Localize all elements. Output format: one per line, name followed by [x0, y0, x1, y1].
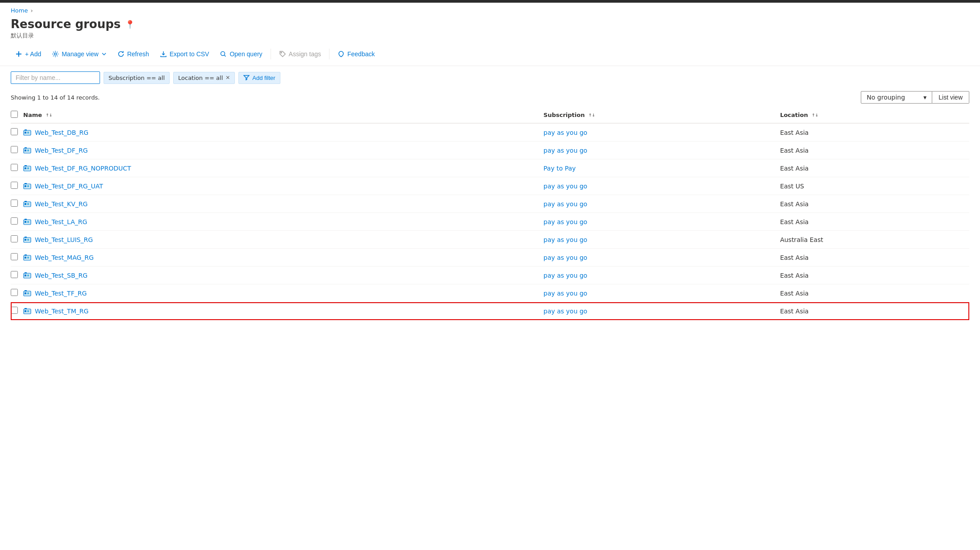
row-checkbox-6[interactable] [11, 235, 18, 242]
row-location-cell: East Asia [780, 302, 969, 320]
row-subscription-cell: pay as you go [543, 123, 780, 142]
resource-group-icon [23, 271, 31, 279]
filter-bar: Subscription == all Location == all ✕ Ad… [0, 66, 980, 89]
svg-rect-16 [25, 185, 26, 187]
resource-group-icon [23, 200, 31, 208]
location-filter-tag[interactable]: Location == all ✕ [173, 72, 235, 84]
svg-rect-21 [27, 203, 29, 205]
resource-link[interactable]: Web_Test_DF_RG_UAT [23, 182, 538, 190]
svg-rect-40 [25, 292, 26, 294]
row-checkbox-10[interactable] [11, 307, 18, 314]
name-col-header[interactable]: Name ↑↓ [23, 107, 543, 123]
row-checkbox-cell [11, 177, 23, 195]
resource-link[interactable]: Web_Test_DB_RG [23, 129, 538, 137]
records-bar: Showing 1 to 14 of 14 records. No groupi… [0, 89, 980, 107]
select-all-checkbox[interactable] [11, 111, 18, 118]
resource-link[interactable]: Web_Test_MAG_RG [23, 254, 538, 262]
gear-icon [52, 50, 59, 58]
row-checkbox-cell [11, 284, 23, 302]
filter-by-name-input[interactable] [11, 71, 100, 84]
row-checkbox-2[interactable] [11, 164, 18, 171]
row-checkbox-8[interactable] [11, 271, 18, 278]
feedback-button[interactable]: Feedback [333, 48, 379, 60]
row-checkbox-1[interactable] [11, 146, 18, 153]
location-col-header[interactable]: Location ↑↓ [780, 107, 969, 123]
list-view-button[interactable]: List view [932, 91, 969, 104]
row-location-cell: East Asia [780, 123, 969, 142]
toolbar-divider-1 [271, 49, 271, 59]
row-checkbox-4[interactable] [11, 200, 18, 207]
query-icon [220, 50, 227, 58]
resource-link[interactable]: Web_Test_LA_RG [23, 218, 538, 226]
svg-rect-44 [25, 310, 26, 312]
svg-rect-25 [27, 221, 29, 223]
breadcrumb-home[interactable]: Home [11, 7, 28, 14]
row-subscription-cell: pay as you go [543, 177, 780, 195]
svg-rect-20 [25, 203, 26, 205]
add-button[interactable]: + Add [11, 48, 46, 60]
row-checkbox-0[interactable] [11, 128, 18, 135]
row-subscription-cell: Pay to Pay [543, 159, 780, 177]
row-checkbox-5[interactable] [11, 217, 18, 225]
subscription-link[interactable]: pay as you go [543, 254, 587, 261]
resource-group-icon [23, 307, 31, 315]
svg-rect-30 [25, 237, 27, 238]
page-subtitle: 默认目录 [0, 31, 980, 44]
resource-link[interactable]: Web_Test_TM_RG [23, 307, 538, 315]
refresh-button[interactable]: Refresh [113, 48, 154, 60]
resource-group-icon [23, 289, 31, 297]
subscription-link[interactable]: pay as you go [543, 308, 587, 315]
row-checkbox-9[interactable] [11, 289, 18, 296]
row-location-cell: East US [780, 177, 969, 195]
subscription-link[interactable]: pay as you go [543, 129, 587, 136]
assign-tags-button[interactable]: Assign tags [275, 48, 325, 60]
subscription-link[interactable]: pay as you go [543, 218, 587, 225]
location-filter-close[interactable]: ✕ [225, 75, 230, 81]
resource-link[interactable]: Web_Test_DF_RG [23, 146, 538, 154]
svg-rect-12 [25, 167, 26, 169]
resource-link[interactable]: Web_Test_KV_RG [23, 200, 538, 208]
row-checkbox-cell [11, 302, 23, 320]
table-row: Web_Test_LUIS_RGpay as you goAustralia E… [11, 231, 969, 249]
subscription-link[interactable]: pay as you go [543, 200, 587, 208]
page-header: Resource groups 📍 [0, 14, 980, 31]
subscription-filter-tag[interactable]: Subscription == all [104, 72, 170, 84]
resource-group-icon [23, 146, 31, 154]
records-summary: Showing 1 to 14 of 14 records. [11, 94, 100, 101]
row-location-cell: East Asia [780, 142, 969, 159]
resource-link[interactable]: Web_Test_DF_RG_NOPRODUCT [23, 164, 538, 172]
feedback-icon [338, 50, 345, 58]
subscription-link[interactable]: pay as you go [543, 147, 587, 154]
row-name-cell: Web_Test_DF_RG_NOPRODUCT [23, 159, 543, 177]
pin-icon[interactable]: 📍 [125, 20, 135, 29]
grouping-select[interactable]: No grouping ▾ [861, 91, 932, 104]
subscription-link[interactable]: pay as you go [543, 183, 587, 190]
open-query-button[interactable]: Open query [215, 48, 267, 60]
resource-groups-table: Name ↑↓ Subscription ↑↓ Location ↑↓ Web_… [11, 107, 969, 320]
add-filter-button[interactable]: Add filter [238, 72, 280, 84]
resource-group-icon [23, 129, 31, 137]
table-row: Web_Test_DF_RGpay as you goEast Asia [11, 142, 969, 159]
export-csv-button[interactable]: Export to CSV [155, 48, 214, 60]
row-subscription-cell: pay as you go [543, 267, 780, 284]
row-checkbox-7[interactable] [11, 253, 18, 260]
subscription-link[interactable]: pay as you go [543, 236, 587, 243]
subscription-link[interactable]: pay as you go [543, 290, 587, 297]
svg-point-1 [221, 52, 225, 56]
resource-link[interactable]: Web_Test_TF_RG [23, 289, 538, 297]
manage-view-button[interactable]: Manage view [47, 48, 111, 60]
subscription-link[interactable]: Pay to Pay [543, 165, 575, 172]
row-checkbox-3[interactable] [11, 182, 18, 189]
row-name-cell: Web_Test_DF_RG_UAT [23, 177, 543, 195]
subscription-link[interactable]: pay as you go [543, 272, 587, 279]
svg-rect-8 [25, 150, 26, 151]
svg-point-0 [54, 53, 57, 55]
row-location-cell: Australia East [780, 231, 969, 249]
table-header: Name ↑↓ Subscription ↑↓ Location ↑↓ [11, 107, 969, 123]
resource-group-icon [23, 182, 31, 190]
subscription-col-header[interactable]: Subscription ↑↓ [543, 107, 780, 123]
svg-rect-26 [25, 219, 27, 220]
resource-link[interactable]: Web_Test_SB_RG [23, 271, 538, 279]
svg-rect-22 [25, 201, 27, 202]
resource-link[interactable]: Web_Test_LUIS_RG [23, 236, 538, 244]
